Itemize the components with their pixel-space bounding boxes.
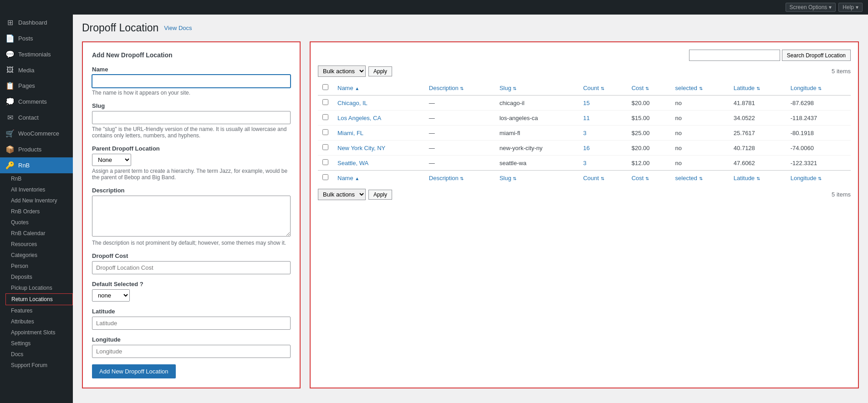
row-checkbox[interactable] bbox=[322, 114, 328, 120]
media-icon: 🖼 bbox=[5, 66, 15, 74]
col-latitude[interactable]: Latitude ⇅ bbox=[729, 81, 786, 96]
description-hint: The description is not prominent by defa… bbox=[92, 240, 291, 246]
sidebar-item-support-forum[interactable]: Support Forum bbox=[5, 360, 73, 371]
sidebar-item-appointment-slots[interactable]: Appointment Slots bbox=[5, 327, 73, 338]
sidebar-item-media[interactable]: 🖼 Media bbox=[0, 62, 73, 78]
sidebar-item-add-new-inventory[interactable]: Add New Inventory bbox=[5, 195, 73, 206]
row-checkbox[interactable] bbox=[322, 99, 328, 105]
help-button[interactable]: Help ▾ bbox=[838, 3, 863, 12]
latitude-input[interactable] bbox=[92, 317, 291, 330]
select-all-checkbox-footer[interactable] bbox=[322, 174, 328, 180]
select-all-header bbox=[318, 81, 333, 96]
col-count[interactable]: Count ⇅ bbox=[578, 81, 627, 96]
col-cost[interactable]: Cost ⇅ bbox=[627, 81, 671, 96]
longitude-input[interactable] bbox=[92, 345, 291, 358]
foot-col-name[interactable]: Name ▲ bbox=[333, 171, 424, 186]
col-longitude-label: Longitude bbox=[791, 85, 817, 91]
col-slug[interactable]: Slug ⇅ bbox=[495, 81, 579, 96]
sidebar-item-label: WooCommerce bbox=[18, 130, 59, 137]
help-label: Help bbox=[842, 4, 854, 10]
col-name[interactable]: Name ▲ bbox=[333, 81, 424, 96]
sidebar-item-comments[interactable]: 💭 Comments bbox=[0, 94, 73, 110]
row-longitude-cell: -74.0060 bbox=[786, 141, 851, 156]
select-all-checkbox[interactable] bbox=[322, 84, 328, 90]
sidebar-item-rnb[interactable]: 🔑 RnB bbox=[0, 157, 73, 173]
row-checkbox[interactable] bbox=[322, 129, 328, 135]
row-checkbox[interactable] bbox=[322, 159, 328, 165]
apply-bottom-button[interactable]: Apply bbox=[368, 190, 392, 200]
sidebar-item-rnb-calendar[interactable]: RnB Calendar bbox=[5, 228, 73, 239]
row-latitude-cell: 41.8781 bbox=[729, 96, 786, 111]
sidebar-item-pickup-locations[interactable]: Pickup Locations bbox=[5, 282, 73, 293]
apply-top-button[interactable]: Apply bbox=[368, 66, 392, 76]
name-input[interactable] bbox=[92, 75, 291, 88]
sidebar-item-settings[interactable]: Settings bbox=[5, 338, 73, 349]
row-longitude-cell: -118.2437 bbox=[786, 111, 851, 126]
sidebar-item-categories[interactable]: Categories bbox=[5, 250, 73, 261]
sidebar-item-testimonials[interactable]: 💬 Testimonials bbox=[0, 46, 73, 62]
sidebar-item-resources[interactable]: Resources bbox=[5, 239, 73, 250]
sidebar-item-products[interactable]: 📦 Products bbox=[0, 141, 73, 157]
sidebar-item-person[interactable]: Person bbox=[5, 261, 73, 272]
col-selected[interactable]: selected ⇅ bbox=[671, 81, 729, 96]
search-input[interactable] bbox=[689, 50, 780, 61]
foot-col-cost[interactable]: Cost ⇅ bbox=[627, 171, 671, 186]
table-row: New York City, NY — new-york-city-ny 16 … bbox=[318, 141, 851, 156]
sidebar-item-woocommerce[interactable]: 🛒 WooCommerce bbox=[0, 126, 73, 141]
name-hint: The name is how it appears on your site. bbox=[92, 90, 291, 96]
screen-options-button[interactable]: Screen Options ▾ bbox=[786, 3, 836, 12]
sidebar-item-quotes[interactable]: Quotes bbox=[5, 217, 73, 228]
foot-col-latitude[interactable]: Latitude ⇅ bbox=[729, 171, 786, 186]
row-name-link[interactable]: Los Angeles, CA bbox=[337, 115, 381, 121]
sidebar-item-pages[interactable]: 📋 Pages bbox=[0, 78, 73, 94]
col-description[interactable]: Description ⇅ bbox=[424, 81, 495, 96]
foot-col-description[interactable]: Description ⇅ bbox=[424, 171, 495, 186]
row-slug-cell: chicago-il bbox=[495, 96, 579, 111]
row-name-link[interactable]: Seattle, WA bbox=[337, 160, 368, 166]
sidebar-item-contact[interactable]: ✉ Contact bbox=[0, 110, 73, 126]
sort-icon: ⇅ bbox=[645, 176, 649, 181]
row-name-link[interactable]: Chicago, IL bbox=[337, 100, 368, 106]
contact-icon: ✉ bbox=[5, 113, 15, 122]
row-name-link[interactable]: Miami, FL bbox=[337, 130, 363, 136]
sidebar-item-dashboard[interactable]: ⊞ Dashboard bbox=[0, 15, 73, 30]
slug-input[interactable] bbox=[92, 111, 291, 124]
foot-col-selected[interactable]: selected ⇅ bbox=[671, 171, 729, 186]
row-name-cell: Chicago, IL bbox=[333, 96, 424, 111]
cost-input[interactable] bbox=[92, 261, 291, 274]
submit-button[interactable]: Add New Dropoff Location bbox=[92, 364, 176, 378]
col-longitude[interactable]: Longitude ⇅ bbox=[786, 81, 851, 96]
sidebar-item-attributes[interactable]: Attributes bbox=[5, 316, 73, 327]
row-name-cell: Los Angeles, CA bbox=[333, 111, 424, 126]
row-name-cell: Miami, FL bbox=[333, 126, 424, 141]
sidebar-item-rnb-orders[interactable]: RnB Orders bbox=[5, 206, 73, 217]
row-name-link[interactable]: New York City, NY bbox=[337, 145, 385, 151]
description-textarea[interactable] bbox=[92, 196, 291, 237]
sidebar-item-features[interactable]: Features bbox=[5, 305, 73, 316]
sidebar-item-return-locations[interactable]: Return Locations bbox=[5, 293, 73, 305]
row-checkbox-cell bbox=[318, 126, 333, 141]
foot-col-count[interactable]: Count ⇅ bbox=[578, 171, 627, 186]
sidebar-item-posts[interactable]: 📄 Posts bbox=[0, 30, 73, 46]
sidebar-item-all-inventories[interactable]: All Inventories bbox=[5, 184, 73, 195]
row-checkbox[interactable] bbox=[322, 144, 328, 150]
foot-col-slug[interactable]: Slug ⇅ bbox=[495, 171, 579, 186]
sidebar-item-label: Add New Inventory bbox=[11, 197, 57, 204]
sidebar-item-docs[interactable]: Docs bbox=[5, 349, 73, 360]
foot-col-longitude[interactable]: Longitude ⇅ bbox=[786, 171, 851, 186]
sidebar-item-rnb-sub[interactable]: RnB bbox=[5, 173, 73, 184]
sidebar-item-label: Posts bbox=[18, 35, 33, 42]
search-button[interactable]: Search Dropoff Location bbox=[782, 50, 851, 61]
comments-icon: 💭 bbox=[5, 97, 15, 106]
sidebar-item-label: RnB bbox=[18, 162, 30, 169]
sidebar-item-deposits[interactable]: Deposits bbox=[5, 272, 73, 282]
bulk-actions-top-select[interactable]: Bulk actions bbox=[318, 65, 366, 77]
row-description-cell: — bbox=[424, 126, 495, 141]
selected-select[interactable]: none bbox=[92, 289, 130, 302]
view-docs-link[interactable]: View Docs bbox=[164, 25, 192, 31]
parent-select[interactable]: None bbox=[92, 154, 131, 166]
sort-icon: ⇅ bbox=[818, 176, 822, 181]
longitude-label: Longitude bbox=[92, 336, 291, 343]
bulk-actions-bottom-select[interactable]: Bulk actions bbox=[318, 189, 366, 200]
row-cost-cell: $20.00 bbox=[627, 96, 671, 111]
